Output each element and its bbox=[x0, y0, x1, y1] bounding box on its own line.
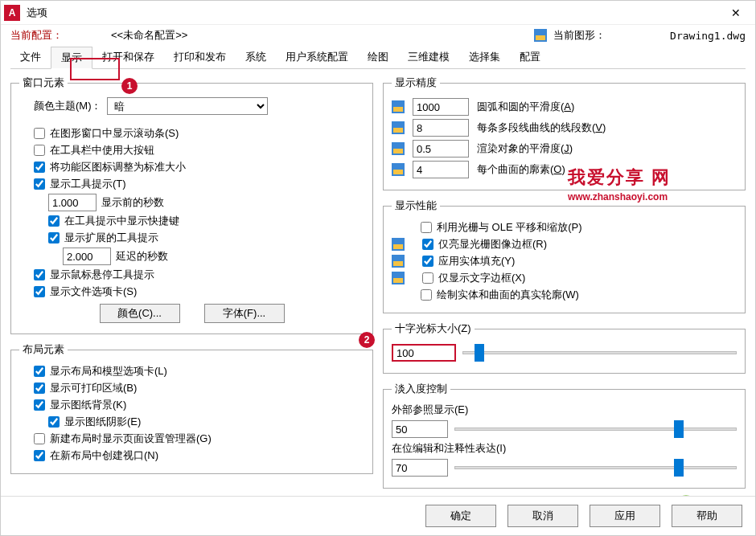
svg-rect-7 bbox=[393, 149, 403, 153]
file-tabs-label: 显示文件选项卡(S) bbox=[50, 284, 137, 299]
extended-delay-label: 延迟的秒数 bbox=[116, 249, 168, 264]
tooltips-label: 显示工具提示(T) bbox=[50, 177, 126, 191]
tab-print[interactable]: 打印和发布 bbox=[164, 47, 236, 69]
layout-tabs-checkbox[interactable] bbox=[34, 366, 45, 377]
hover-tooltip-checkbox[interactable] bbox=[34, 269, 45, 280]
inplace-fade-slider[interactable] bbox=[454, 466, 737, 469]
slider-thumb[interactable] bbox=[674, 420, 684, 438]
window-elements-group: 窗口元素 颜色主题(M)： 暗 在图形窗口中显示滚动条(S) 在工具栏中使用大按… bbox=[10, 76, 373, 334]
extended-delay-input[interactable] bbox=[63, 248, 111, 265]
help-button[interactable]: 帮助 bbox=[672, 505, 742, 527]
profile-label: 当前配置： bbox=[10, 28, 63, 43]
pan-zoom-checkbox[interactable] bbox=[421, 222, 432, 233]
layout-tabs-label: 显示布局和模型选项卡(L) bbox=[50, 364, 167, 378]
page-setup-label: 新建布局时显示页面设置管理器(G) bbox=[50, 432, 212, 446]
solid-fill-checkbox[interactable] bbox=[422, 256, 433, 267]
svg-rect-13 bbox=[393, 261, 403, 266]
tooltip-delay-input[interactable] bbox=[48, 194, 97, 211]
slider-thumb[interactable] bbox=[674, 459, 684, 477]
app-icon: A bbox=[4, 5, 20, 21]
viewport-label: 在新布局中创建视口(N) bbox=[50, 448, 158, 463]
extended-tooltip-checkbox[interactable] bbox=[48, 232, 60, 243]
text-frame-label: 仅显示文字边框(X) bbox=[438, 271, 525, 285]
surface-contour-input[interactable] bbox=[413, 161, 469, 178]
drawing-value: Drawing1.dwg bbox=[670, 30, 746, 42]
crosshair-group: 十字光标大小(Z) bbox=[383, 321, 746, 374]
fade-legend: 淡入度控制 bbox=[392, 382, 450, 396]
svg-rect-15 bbox=[393, 278, 403, 283]
text-frame-checkbox[interactable] bbox=[422, 272, 433, 284]
layout-elements-group: 布局元素 显示布局和模型选项卡(L) 显示可打印区域(B) 显示图纸背景(K) … bbox=[10, 342, 373, 474]
cancel-button[interactable]: 取消 bbox=[507, 505, 578, 527]
raster-frame-checkbox[interactable] bbox=[422, 239, 433, 250]
big-buttons-checkbox[interactable] bbox=[34, 145, 45, 156]
xref-fade-slider[interactable] bbox=[454, 428, 737, 431]
font-button[interactable]: 字体(F)... bbox=[204, 304, 285, 323]
silhouette-checkbox[interactable] bbox=[421, 289, 432, 301]
shortcuts-checkbox[interactable] bbox=[48, 215, 60, 227]
window-title: 选项 bbox=[27, 6, 47, 20]
extended-tooltip-label: 显示扩展的工具提示 bbox=[64, 231, 158, 245]
render-smooth-input[interactable] bbox=[413, 140, 469, 158]
page-setup-checkbox[interactable] bbox=[34, 433, 45, 444]
tab-drafting[interactable]: 绘图 bbox=[358, 47, 398, 69]
tab-profiles[interactable]: 配置 bbox=[510, 47, 550, 69]
scrollbars-checkbox[interactable] bbox=[34, 128, 45, 139]
performance-legend: 显示性能 bbox=[392, 198, 440, 213]
svg-rect-5 bbox=[393, 128, 403, 133]
header-row: 当前配置： <<未命名配置>> 当前图形： Drawing1.dwg bbox=[1, 25, 755, 46]
performance-group: 显示性能 利用光栅与 OLE 平移和缩放(P) 仅亮显光栅图像边框(R) 应用实… bbox=[383, 198, 746, 313]
paper-shadow-checkbox[interactable] bbox=[48, 416, 60, 428]
hover-tooltip-label: 显示鼠标悬停工具提示 bbox=[50, 268, 154, 282]
big-buttons-label: 在工具栏中使用大按钮 bbox=[50, 143, 154, 158]
ribbon-icons-checkbox[interactable] bbox=[34, 162, 45, 173]
apply-button[interactable]: 应用 bbox=[590, 505, 660, 527]
arc-smooth-input[interactable] bbox=[413, 98, 469, 116]
crosshair-size-input[interactable] bbox=[392, 344, 456, 362]
xref-fade-input[interactable] bbox=[392, 420, 448, 438]
fade-group: 淡入度控制 外部参照显示(E) 在位编辑和注释性表达(I) bbox=[383, 382, 746, 489]
crosshair-slider[interactable] bbox=[462, 351, 737, 354]
paper-shadow-label: 显示图纸阴影(E) bbox=[64, 415, 141, 429]
dwg-mini-icon bbox=[392, 121, 405, 134]
shortcuts-label: 在工具提示中显示快捷键 bbox=[64, 214, 179, 228]
precision-group: 显示精度 圆弧和圆的平滑度(A) 每条多段线曲线的线段数(V) 渲染对象的平滑度… bbox=[383, 76, 746, 190]
tab-system[interactable]: 系统 bbox=[236, 47, 276, 69]
inplace-fade-input[interactable] bbox=[392, 459, 448, 477]
file-tabs-checkbox[interactable] bbox=[34, 286, 45, 297]
ok-button[interactable]: 确定 bbox=[425, 505, 496, 527]
paper-bg-label: 显示图纸背景(K) bbox=[50, 398, 126, 412]
solid-fill-label: 应用实体填充(Y) bbox=[438, 254, 515, 268]
precision-legend: 显示精度 bbox=[392, 76, 440, 90]
viewport-checkbox[interactable] bbox=[34, 450, 45, 461]
dwg-mini-icon bbox=[392, 142, 405, 155]
tab-files[interactable]: 文件 bbox=[10, 47, 51, 69]
tooltips-checkbox[interactable] bbox=[34, 178, 45, 190]
tooltip-delay-label: 显示前的秒数 bbox=[101, 195, 164, 210]
paper-bg-checkbox[interactable] bbox=[34, 399, 45, 411]
svg-rect-11 bbox=[393, 244, 403, 249]
arc-smooth-label: 圆弧和圆的平滑度(A) bbox=[477, 100, 574, 114]
slider-thumb[interactable] bbox=[475, 344, 484, 362]
polyline-segs-input[interactable] bbox=[413, 119, 469, 137]
tab-3d[interactable]: 三维建模 bbox=[398, 47, 459, 69]
surface-contour-label: 每个曲面的廓素(O) bbox=[477, 162, 565, 177]
annotation-marker-1: 1 bbox=[121, 78, 138, 94]
dwg-icon bbox=[534, 29, 547, 42]
close-button[interactable]: ✕ bbox=[720, 1, 752, 25]
tab-selection[interactable]: 选择集 bbox=[459, 47, 510, 69]
theme-select[interactable]: 暗 bbox=[107, 97, 268, 115]
svg-rect-1 bbox=[536, 35, 545, 40]
tab-display[interactable]: 显示 bbox=[51, 47, 92, 69]
color-button[interactable]: 颜色(C)... bbox=[100, 304, 180, 323]
printable-label: 显示可打印区域(B) bbox=[50, 381, 137, 395]
inplace-fade-label: 在位编辑和注释性表达(I) bbox=[392, 441, 737, 456]
options-dialog: A 选项 ✕ 当前配置： <<未命名配置>> 当前图形： Drawing1.dw… bbox=[0, 0, 756, 536]
dwg-mini-icon bbox=[392, 255, 405, 268]
svg-rect-3 bbox=[393, 107, 403, 112]
printable-checkbox[interactable] bbox=[34, 383, 45, 394]
window-elements-legend: 窗口元素 bbox=[19, 76, 68, 90]
tab-open-save[interactable]: 打开和保存 bbox=[92, 47, 164, 69]
dwg-mini-icon bbox=[392, 272, 405, 284]
tab-user-prefs[interactable]: 用户系统配置 bbox=[276, 47, 358, 69]
